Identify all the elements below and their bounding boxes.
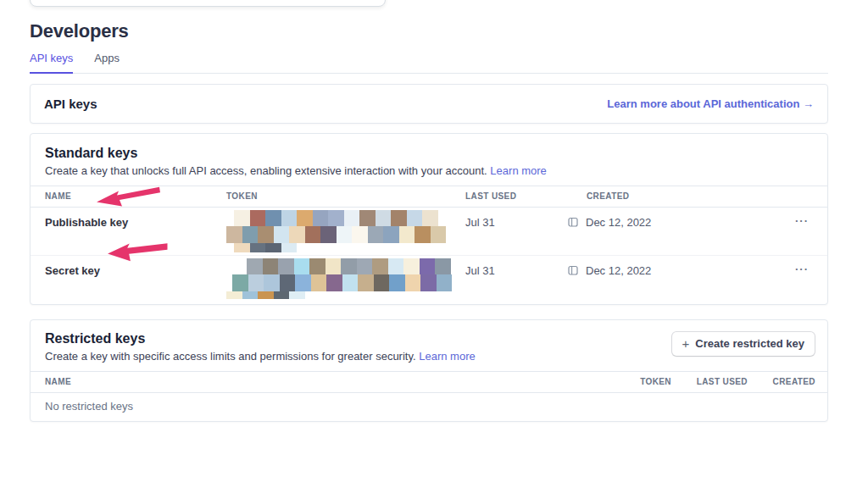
column-header-token: TOKEN <box>226 191 465 201</box>
column-header-token: TOKEN <box>632 377 671 386</box>
column-header-last-used: LAST USED <box>465 191 587 201</box>
redacted-token[interactable] <box>226 210 465 252</box>
row-overflow-menu-button[interactable]: ··· <box>769 256 827 275</box>
create-restricted-key-button[interactable]: + Create restricted key <box>672 332 815 356</box>
restricted-keys-table-header: NAME TOKEN LAST USED CREATED <box>31 371 827 393</box>
tab-apps[interactable]: Apps <box>94 52 120 73</box>
column-header-name: NAME <box>31 377 632 386</box>
standard-keys-card: Standard keys Create a key that unlocks … <box>30 133 828 305</box>
create-restricted-key-label: Create restricted key <box>695 337 804 350</box>
api-keys-card-title: API keys <box>44 97 97 111</box>
table-row-secret-key: Secret key Jul 31 Dec 12, 2022 ··· <box>31 256 827 304</box>
restricted-keys-description-text: Create a key with specific access limits… <box>45 350 416 363</box>
standard-keys-learn-more-link[interactable]: Learn more <box>490 164 546 177</box>
standard-keys-table-header: NAME TOKEN LAST USED CREATED <box>31 186 827 208</box>
token-cell <box>226 256 465 299</box>
redacted-token[interactable] <box>226 258 465 299</box>
table-row-publishable-key: Publishable key Jul 31 Dec 12, 2022 ··· <box>31 208 827 256</box>
developers-page: Developers API keys Apps API keys Learn … <box>0 0 868 482</box>
column-header-created: CREATED <box>763 377 815 386</box>
standard-keys-description: Create a key that unlocks full API acces… <box>45 164 813 177</box>
page-title: Developers <box>30 20 828 42</box>
column-header-created: CREATED <box>587 191 769 201</box>
standard-keys-description-text: Create a key that unlocks full API acces… <box>45 164 487 177</box>
row-overflow-menu-button[interactable]: ··· <box>769 208 827 227</box>
plus-icon: + <box>682 337 690 350</box>
calendar-icon <box>568 265 578 275</box>
restricted-keys-card: + Create restricted key Restricted keys … <box>30 319 828 422</box>
created-value: Dec 12, 2022 <box>586 256 651 277</box>
calendar-icon <box>568 217 578 227</box>
tab-bar: API keys Apps <box>30 52 828 74</box>
restricted-keys-learn-more-link[interactable]: Learn more <box>419 350 475 363</box>
created-value: Dec 12, 2022 <box>586 208 651 229</box>
tab-api-keys[interactable]: API keys <box>30 52 73 74</box>
standard-keys-title: Standard keys <box>45 146 813 161</box>
column-header-last-used: LAST USED <box>687 377 748 386</box>
api-keys-card: API keys Learn more about API authentica… <box>30 84 828 124</box>
key-name: Publishable key <box>31 208 226 229</box>
token-cell <box>226 208 465 252</box>
search-input[interactable] <box>30 0 386 7</box>
empty-state-text: No restricted keys <box>31 393 827 421</box>
api-authentication-link[interactable]: Learn more about API authentication → <box>607 97 814 110</box>
column-header-name: NAME <box>31 191 226 201</box>
key-name: Secret key <box>31 256 226 277</box>
